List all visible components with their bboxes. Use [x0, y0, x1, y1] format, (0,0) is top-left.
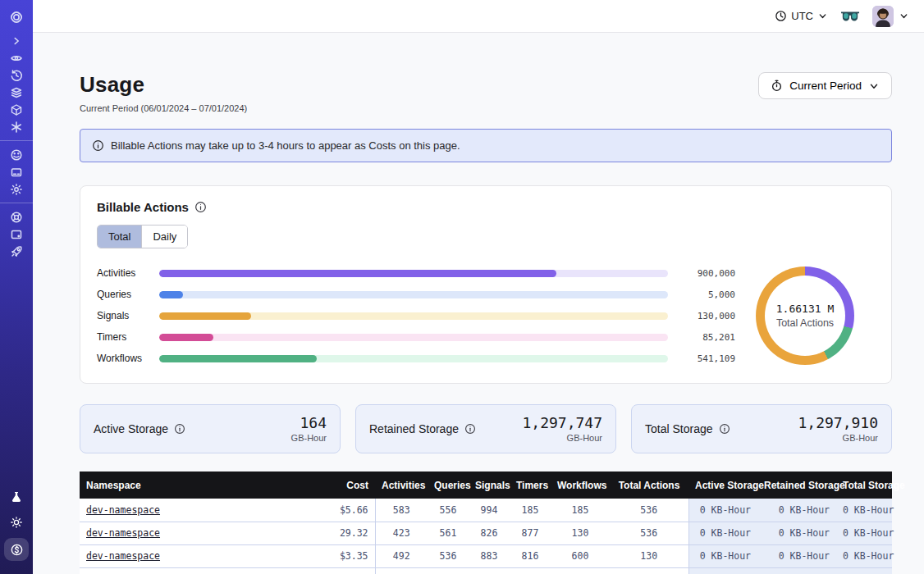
tab-daily[interactable]: Daily: [141, 226, 187, 248]
donut-center-value: 1.66131 M: [776, 303, 834, 315]
cell: [375, 567, 428, 574]
billable-bars: Activities900,000Queries5,000Signals130,…: [97, 267, 735, 365]
total-storage-label: Total Storage: [645, 422, 713, 435]
stopwatch-icon: [771, 80, 783, 92]
bar-value: 130,000: [678, 311, 735, 321]
chevron-right-icon[interactable]: [5, 32, 28, 49]
cell: 816: [510, 544, 551, 567]
card-icon[interactable]: [5, 163, 28, 180]
cell: [510, 567, 551, 574]
bar-row-queries: Queries5,000: [97, 289, 735, 301]
page-subtitle: Current Period (06/01/2024 – 07/01/2024): [80, 103, 247, 113]
cell: [428, 567, 469, 574]
bar-value: 541,109: [678, 353, 735, 364]
bar-value: 5,000: [678, 289, 735, 300]
info-banner-text: Billable Actions may take up to 3-4 hour…: [111, 139, 460, 152]
column-header-total-actions: Total Actions: [610, 472, 688, 499]
clock-icon: [775, 10, 787, 22]
cell: [757, 567, 836, 574]
info-icon[interactable]: [194, 201, 207, 213]
info-banner: Billable Actions may take up to 3-4 hour…: [80, 129, 892, 162]
asterisk-icon[interactable]: [5, 118, 28, 135]
bar-row-workflows: Workflows541,109: [97, 353, 735, 365]
column-header-activities: Activities: [375, 472, 428, 499]
sun-icon[interactable]: [5, 513, 28, 531]
sidebar-divider: [0, 203, 33, 203]
cell: 0 KB-Hour: [836, 544, 892, 567]
bar-track: [159, 270, 668, 277]
bar-fill: [159, 312, 251, 320]
cell: 536: [428, 544, 469, 567]
namespace-link[interactable]: dev-namespace: [86, 527, 160, 539]
namespace-link[interactable]: dev-namespace: [86, 504, 160, 516]
chevron-down-icon: [817, 11, 828, 21]
column-header-retained-storage: Retained Storage: [757, 472, 836, 499]
gear-icon[interactable]: [5, 180, 28, 198]
user-menu[interactable]: [872, 6, 909, 27]
timezone-selector[interactable]: UTC: [775, 10, 828, 22]
terminal-icon[interactable]: [5, 226, 28, 243]
chevron-down-icon: [899, 11, 909, 21]
info-icon[interactable]: [464, 423, 476, 435]
info-icon[interactable]: [174, 423, 185, 435]
cell: [289, 567, 375, 574]
sidebar: [0, 0, 33, 574]
table-row: dev-namespace$5.665835569941851855360 KB…: [80, 499, 892, 522]
tab-total[interactable]: Total: [98, 226, 141, 248]
active-storage-value: 164: [291, 415, 327, 431]
bar-row-signals: Signals130,000: [97, 310, 735, 322]
column-header-active-storage: Active Storage: [688, 472, 757, 499]
gauge-icon[interactable]: [5, 146, 28, 163]
cell: [551, 567, 610, 574]
cell: 536: [610, 499, 688, 522]
bar-row-timers: Timers85,201: [97, 331, 735, 344]
retained-storage-unit: GB-Hour: [522, 433, 602, 443]
cell: [80, 567, 289, 574]
total-daily-tabs: Total Daily: [97, 225, 188, 248]
total-storage-card: Total Storage 1,297,910 GB-Hour: [631, 404, 892, 453]
active-storage-label: Active Storage: [94, 422, 168, 435]
cell: 0 KB-Hour: [757, 499, 836, 522]
table-header: NamespaceCostActivitiesQueriesSignalsTim…: [80, 472, 892, 499]
column-header-total-storage: Total Storage: [836, 472, 892, 499]
bar-track: [159, 291, 668, 298]
chevron-down-icon: [868, 80, 880, 92]
cell: 185: [510, 499, 551, 522]
cell: [610, 567, 688, 574]
bar-label: Activities: [97, 267, 159, 279]
cell: dev-namespace: [80, 522, 289, 544]
namespace-link[interactable]: dev-namespace: [86, 550, 160, 562]
temporal-logo-icon[interactable]: [5, 8, 28, 25]
cell: 0 KB-Hour: [757, 522, 836, 544]
eye-icon[interactable]: [5, 49, 28, 66]
cell: 561: [428, 522, 469, 544]
bar-track: [159, 312, 668, 320]
layers-icon[interactable]: [5, 84, 28, 101]
cell: 130: [551, 522, 610, 544]
dollar-coin-icon[interactable]: [4, 538, 29, 561]
cell: 0 KB-Hour: [688, 499, 757, 522]
lifebuoy-icon[interactable]: [5, 208, 28, 226]
cell: 29.32: [289, 522, 375, 544]
billable-actions-card: Billable Actions Total Daily Activities9…: [80, 185, 892, 384]
cube-icon[interactable]: [5, 101, 28, 118]
glasses-icon[interactable]: [841, 11, 859, 22]
cell: 130: [610, 544, 688, 567]
bar-label: Queries: [97, 289, 159, 300]
bar-track: [159, 355, 668, 362]
period-selector-button[interactable]: Current Period: [758, 72, 892, 99]
flask-icon[interactable]: [5, 488, 28, 505]
cell: [836, 567, 892, 574]
total-storage-unit: GB-Hour: [798, 433, 878, 443]
cell: $5.66: [289, 499, 375, 522]
history-icon[interactable]: [5, 66, 28, 84]
info-icon[interactable]: [719, 423, 730, 435]
cell: 583: [375, 499, 428, 522]
retained-storage-card: Retained Storage 1,297,747 GB-Hour: [355, 404, 616, 453]
bar-fill: [159, 270, 556, 277]
period-selector-label: Current Period: [789, 80, 862, 92]
page-title: Usage: [80, 72, 247, 98]
bar-label: Timers: [97, 331, 159, 343]
rocket-icon[interactable]: [5, 243, 28, 260]
user-avatar: [872, 6, 894, 27]
